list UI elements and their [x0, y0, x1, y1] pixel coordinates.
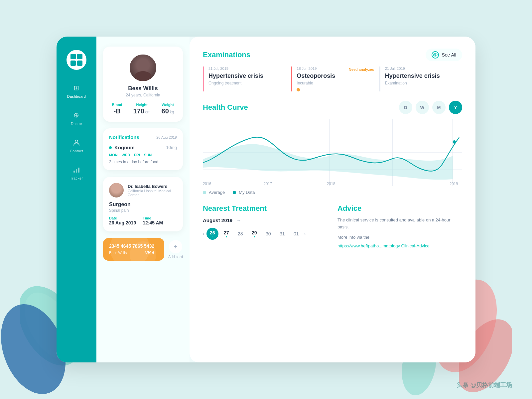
medication-name: Kognum — [109, 145, 135, 150]
health-curve-header: Health Curve D W M Y — [203, 101, 462, 114]
exam-status-2: Incurable — [297, 81, 374, 85]
add-card-button[interactable]: + — [169, 240, 182, 253]
my-dot — [233, 191, 236, 194]
cal-next-arrow[interactable]: › — [304, 231, 306, 236]
bottom-grid: Nearest Treatment August 2019 → ‹ 26 27 — [203, 204, 462, 248]
sidebar-tracker-label: Tracker — [70, 176, 83, 180]
dashboard-icon: ⊞ — [72, 83, 81, 92]
app-container: ⊞ Dashboard ⊕ Doctor Contact — [57, 37, 475, 362]
height-stat: Height 170 cm — [133, 103, 150, 115]
time-btn-w[interactable]: W — [416, 101, 429, 114]
notif-date: 26 Aug 2019 — [156, 135, 177, 139]
cal-day-28[interactable]: 28 — [234, 228, 246, 240]
exam-date-2: 18 Jul, 2019 — [297, 66, 317, 70]
examinations-title: Examinations — [203, 51, 250, 59]
sidebar-contact-label: Contact — [70, 149, 83, 153]
card-number: 2345 4645 7865 5432 — [109, 243, 154, 249]
doctor-specialty: Surgeon — [109, 201, 177, 207]
sidebar-item-contact[interactable]: Contact — [70, 138, 83, 153]
card-brand: VISA — [145, 251, 154, 255]
exam-status-3: Examination — [385, 81, 462, 85]
legend-average: Average — [203, 190, 225, 195]
see-all-button[interactable]: See All — [426, 49, 462, 61]
doctor-icon: ⊕ — [72, 110, 81, 120]
cal-day-30[interactable]: 30 — [262, 228, 274, 240]
svg-text:2019: 2019 — [450, 182, 458, 186]
cal-dot-26 — [212, 236, 213, 237]
svg-text:2017: 2017 — [264, 182, 272, 186]
cal-day-29[interactable]: 29 — [248, 228, 260, 240]
legend-avg-label: Average — [209, 190, 225, 195]
date-value: 26 Aug 2019 — [109, 220, 136, 225]
exam-card-2: 18 Jul, 2019 Need analyzes Osteoporosis … — [291, 66, 374, 91]
examinations-section: Examinations See All 21 Jul, 2019 Hypert… — [203, 49, 462, 91]
cal-dot-27 — [226, 236, 227, 237]
cal-day-31[interactable]: 31 — [276, 228, 288, 240]
medication-dose: 10mg — [166, 145, 177, 150]
add-card-label: Add card — [168, 255, 183, 259]
exam-status-tag: Need analyzes — [349, 67, 374, 71]
month-arrow-icon: → — [236, 218, 241, 223]
exam-status-1: Ongoing treatment — [208, 81, 286, 85]
svg-point-18 — [453, 140, 456, 144]
height-value: 170 — [133, 107, 144, 115]
exam-name-1: Hypertensive crisis — [208, 72, 286, 79]
profile-age-location: 24 years, California — [126, 93, 160, 97]
cal-prev-arrow[interactable]: ‹ — [203, 231, 204, 236]
svg-point-6 — [75, 140, 78, 143]
doctor-description: Spinal pain — [109, 208, 177, 213]
examinations-header: Examinations See All — [203, 49, 462, 61]
notifications-card: Notifications 26 Aug 2019 Kognum 10mg MO… — [103, 128, 183, 170]
exam-date-1: 21 Jul, 2019 — [208, 66, 286, 70]
svg-text:2018: 2018 — [327, 182, 335, 186]
chart-legend: Average My Data — [203, 190, 462, 195]
contact-icon — [72, 138, 81, 147]
profile-card: Bess Willis 24 years, California Blood -… — [103, 47, 183, 122]
right-panel: Examinations See All 21 Jul, 2019 Hypert… — [190, 37, 475, 362]
svg-text:2016: 2016 — [203, 182, 211, 186]
legend-my-data: My Data — [233, 190, 255, 195]
exam-name-2: Osteoporosis — [297, 72, 374, 79]
cal-dot-29 — [254, 236, 255, 237]
schedule-time: Time 12:45 AM — [143, 216, 163, 225]
cal-day-27[interactable]: 27 — [220, 228, 232, 240]
see-all-label: See All — [442, 52, 456, 58]
avatar — [130, 55, 156, 81]
doctor-avatar — [109, 183, 124, 198]
examinations-grid: 21 Jul, 2019 Hypertensive crisis Ongoing… — [203, 66, 462, 91]
advice-link[interactable]: https://www.heftpatho...matology Clinica… — [337, 243, 462, 248]
time-btn-d[interactable]: D — [399, 101, 412, 114]
day-wed: WED — [122, 153, 130, 157]
avg-dot — [203, 191, 206, 194]
card-holder: Bess Willis — [109, 251, 127, 255]
add-card-wrap: + Add card — [168, 240, 183, 259]
cal-day-26[interactable]: 26 — [206, 228, 218, 240]
sidebar-item-tracker[interactable]: Tracker — [70, 165, 83, 180]
blood-value: -B — [113, 107, 120, 115]
day-mon: MON — [109, 153, 118, 157]
exam-date-3: 21 Jul, 2019 — [385, 66, 462, 70]
time-btn-m[interactable]: M — [432, 101, 446, 114]
cal-day-01[interactable]: 01 — [290, 228, 302, 240]
exam-card-1: 21 Jul, 2019 Hypertensive crisis Ongoing… — [203, 66, 286, 91]
tracker-icon — [72, 165, 81, 174]
sidebar: ⊞ Dashboard ⊕ Doctor Contact — [57, 37, 96, 362]
doctor-info: Dr. Isabella Bowers California Hospital … — [128, 184, 177, 197]
svg-rect-8 — [76, 169, 77, 173]
month-label: August 2019 — [203, 217, 232, 223]
sidebar-item-doctor[interactable]: ⊕ Doctor — [71, 110, 82, 126]
height-label: Height — [136, 103, 147, 107]
time-btn-y[interactable]: Y — [449, 101, 462, 114]
day-fri: FRI — [134, 153, 140, 157]
exam-card-3: 21 Jul, 2019 Hypertensive crisis Examina… — [379, 66, 462, 91]
nearest-treatment-section: Nearest Treatment August 2019 → ‹ 26 27 — [203, 204, 328, 248]
sidebar-item-dashboard[interactable]: ⊞ Dashboard — [67, 83, 86, 98]
legend-my-label: My Data — [239, 190, 255, 195]
medication-days: MON WED FRI SUN — [109, 153, 177, 157]
profile-stats: Blood -B Height 170 cm Weight 60 kg — [110, 103, 176, 115]
doctor-card: Dr. Isabella Bowers California Hospital … — [103, 177, 183, 231]
health-curve-section: Health Curve D W M Y — [203, 101, 462, 195]
payment-card: 2345 4645 7865 5432 Bess Willis VISA — [103, 238, 164, 261]
svg-point-10 — [435, 54, 436, 56]
sidebar-dashboard-label: Dashboard — [67, 94, 86, 98]
